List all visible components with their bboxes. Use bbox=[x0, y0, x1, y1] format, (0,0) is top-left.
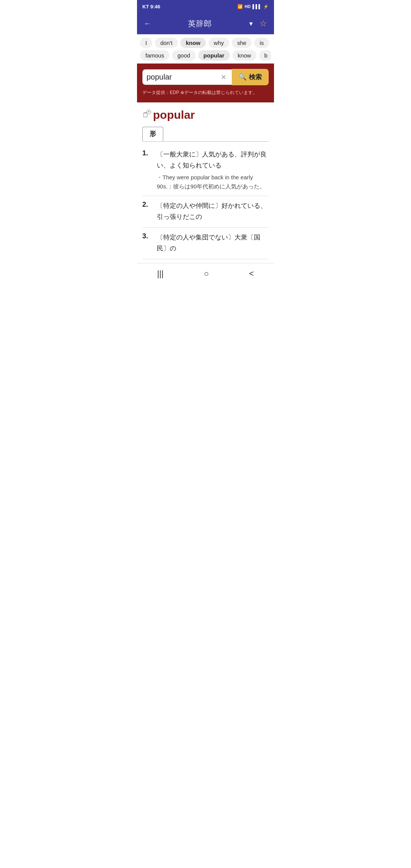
search-input-wrap: ✕ bbox=[142, 69, 232, 85]
search-btn-label: 検索 bbox=[249, 73, 262, 81]
def-num-3: 3. bbox=[142, 232, 153, 240]
chip-good[interactable]: good bbox=[172, 50, 195, 61]
chip-is[interactable]: is bbox=[254, 38, 269, 48]
chip-know-2[interactable]: know bbox=[233, 50, 256, 61]
definition-2: 2. 〔特定の人や仲間に〕好かれている、引っ張りだこの bbox=[142, 196, 269, 228]
def-num-2: 2. bbox=[142, 201, 153, 209]
status-bar: KT 9:46 📶 HD ▌▌▌ ⚡ bbox=[137, 0, 274, 13]
definition-3: 3. 〔特定の人や集団でない〕大衆〔国民〕の bbox=[142, 228, 269, 259]
suggestion-row-1: I don't know why she is bbox=[140, 37, 271, 49]
search-icon: 🔍 bbox=[239, 73, 247, 81]
pos-tabs: 形 bbox=[142, 127, 269, 141]
word-header: 🗒 + popular bbox=[142, 108, 269, 121]
search-row: ✕ 🔍 検索 bbox=[142, 69, 269, 85]
clear-button[interactable]: ✕ bbox=[219, 73, 228, 81]
definition-1: 1. 〔一般大衆に〕人気がある、評判が良い、よく知られている ・They wer… bbox=[142, 145, 269, 196]
app-bar-icons: ▾ ☆ bbox=[248, 17, 269, 30]
bottom-nav: ||| ○ < bbox=[137, 263, 274, 285]
favorite-button[interactable]: ☆ bbox=[258, 17, 269, 30]
def-text-2: 〔特定の人や仲間に〕好かれている、引っ張りだこの bbox=[157, 201, 269, 223]
dropdown-button[interactable]: ▾ bbox=[248, 18, 254, 29]
search-note: データ提供：EDP ※データの転載は禁じられています。 bbox=[142, 89, 269, 96]
pos-divider bbox=[142, 141, 269, 142]
carrier-time: KT 9:46 bbox=[142, 4, 160, 10]
def-text-1: 〔一般大衆に〕人気がある、評判が良い、よく知られている bbox=[157, 149, 269, 171]
def-content-3: 〔特定の人や集団でない〕大衆〔国民〕の bbox=[157, 232, 269, 254]
chip-famous[interactable]: famous bbox=[140, 50, 169, 61]
definitions: 1. 〔一般大衆に〕人気がある、評判が良い、よく知られている ・They wer… bbox=[142, 145, 269, 259]
hd-badge: HD bbox=[245, 4, 251, 9]
chip-I[interactable]: I bbox=[140, 38, 152, 48]
chip-why[interactable]: why bbox=[209, 38, 229, 48]
pos-tab-kei[interactable]: 形 bbox=[142, 127, 163, 141]
suggestions-area: I don't know why she is famous good popu… bbox=[137, 34, 274, 64]
app-title: 英辞郎 bbox=[188, 19, 212, 29]
wifi-icon: 📶 bbox=[237, 4, 243, 9]
word-icon: 🗒 + bbox=[142, 111, 149, 119]
chip-she[interactable]: she bbox=[232, 38, 252, 48]
search-area: ✕ 🔍 検索 データ提供：EDP ※データの転載は禁じられています。 bbox=[137, 64, 274, 102]
plus-icon: + bbox=[147, 110, 151, 114]
battery-icon: ⚡ bbox=[263, 4, 269, 9]
chip-know-1[interactable]: know bbox=[180, 38, 206, 48]
search-button[interactable]: 🔍 検索 bbox=[232, 69, 269, 85]
chip-popular[interactable]: popular bbox=[198, 50, 230, 61]
menu-button[interactable]: ||| bbox=[148, 267, 173, 280]
word-title: popular bbox=[153, 108, 195, 121]
def-example-1: ・They were popular back in the early 90s… bbox=[157, 173, 269, 191]
def-text-3: 〔特定の人や集団でない〕大衆〔国民〕の bbox=[157, 232, 269, 254]
app-bar: ← 英辞郎 ▾ ☆ bbox=[137, 13, 274, 34]
suggestion-row-2: famous good popular know b bbox=[140, 49, 271, 62]
def-num-1: 1. bbox=[142, 149, 153, 157]
home-button[interactable]: ○ bbox=[195, 267, 218, 280]
def-content-2: 〔特定の人や仲間に〕好かれている、引っ張りだこの bbox=[157, 201, 269, 223]
chip-dont[interactable]: don't bbox=[155, 38, 178, 48]
def-content-1: 〔一般大衆に〕人気がある、評判が良い、よく知られている ・They were p… bbox=[157, 149, 269, 191]
dict-content: 🗒 + popular 形 1. 〔一般大衆に〕人気がある、評判が良い、よく知ら… bbox=[137, 102, 274, 263]
chip-b[interactable]: b bbox=[259, 50, 271, 61]
status-icons: 📶 HD ▌▌▌ ⚡ bbox=[237, 4, 269, 9]
signal-icon: ▌▌▌ bbox=[253, 4, 261, 9]
search-input[interactable] bbox=[147, 73, 219, 81]
back-button[interactable]: ← bbox=[142, 18, 152, 29]
back-nav-button[interactable]: < bbox=[240, 267, 263, 280]
